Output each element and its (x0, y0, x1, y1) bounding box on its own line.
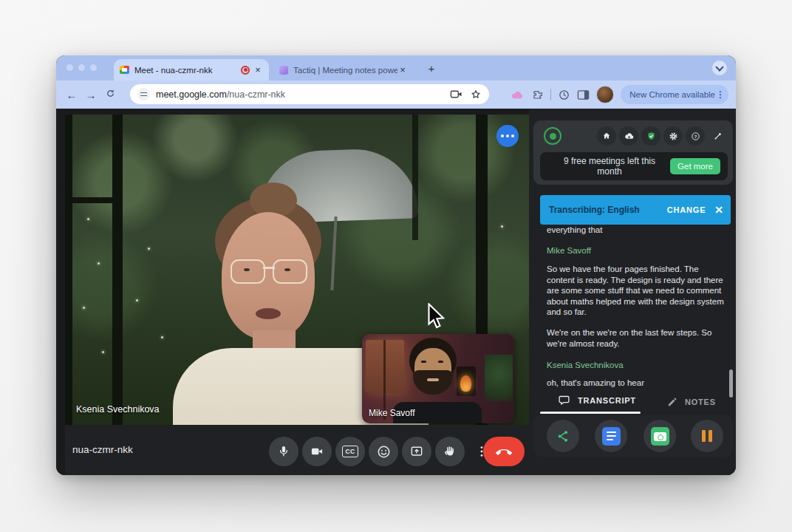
tab-close-icon[interactable]: × (397, 64, 408, 75)
home-button[interactable] (597, 126, 616, 146)
recording-indicator-icon (241, 66, 250, 75)
raise-hand-button[interactable] (435, 437, 465, 466)
help-button[interactable]: ? (686, 126, 705, 146)
export-to-docs-button[interactable] (595, 420, 627, 452)
tab-strip: Meet - nua-czmr-nkk × Tactiq | Meeting n… (56, 55, 736, 81)
reload-icon (105, 88, 116, 99)
share-button[interactable] (547, 420, 579, 452)
chrome-update-button[interactable]: New Chrome available ⋮ (621, 85, 728, 104)
raise-hand-icon (443, 444, 457, 459)
pencil-icon (666, 395, 679, 408)
site-settings-icon[interactable] (137, 88, 150, 100)
chat-bubble-icon (557, 394, 571, 406)
settings-button[interactable] (663, 126, 683, 146)
tactiq-sidebar: ? 9 free meetings left this month Get mo… (529, 109, 736, 475)
tab-title: Meet - nua-czmr-nkk (134, 66, 238, 75)
screenshot-camera-icon (651, 427, 669, 446)
gear-icon (668, 131, 679, 142)
pip-name-label: Mike Savoff (369, 408, 414, 418)
address-bar[interactable]: meet.google.com/nua-czmr-nkk (130, 84, 489, 104)
extensions-puzzle-icon[interactable] (531, 89, 544, 101)
forward-button[interactable]: → (81, 89, 100, 101)
sidebar-tabs: TRANSCRIPT NOTES (529, 394, 736, 413)
chrome-update-label: New Chrome available (629, 90, 715, 99)
transcript-fragment: everything that (547, 225, 724, 236)
screenshot-button[interactable] (644, 420, 676, 452)
transcript-speaker: Mike Savoff (547, 246, 591, 255)
tactiq-extension-icon[interactable] (511, 89, 525, 100)
cloud-upload-icon (624, 131, 635, 142)
traffic-light-minimize[interactable] (78, 64, 85, 71)
tab-meet[interactable]: Meet - nua-czmr-nkk × (114, 59, 269, 81)
back-button[interactable]: ← (62, 89, 81, 101)
present-icon (409, 444, 424, 459)
browser-menu-icon[interactable]: ⋮ (715, 90, 726, 99)
quota-box: 9 free meetings left this month Get more (540, 152, 728, 180)
quota-text: 9 free meetings left this month (550, 156, 669, 177)
share-icon (556, 429, 571, 444)
connect-icon (712, 131, 723, 142)
tactiq-header-panel: ? 9 free meetings left this month Get mo… (533, 120, 733, 185)
bookmark-star-icon[interactable] (470, 89, 482, 100)
tactiq-favicon-icon (279, 66, 288, 75)
side-panel-icon[interactable] (577, 89, 590, 100)
room-code-label: nua-czmr-nkk (72, 444, 133, 455)
traffic-light-close[interactable] (66, 64, 73, 71)
banner-close-icon[interactable]: ✕ (714, 204, 723, 216)
tab-close-icon[interactable]: × (253, 64, 263, 75)
active-tab-underline (540, 412, 641, 414)
video-feed: Ksenia Svechnikova Mike Savoff (65, 115, 529, 425)
privacy-shield-button[interactable] (641, 126, 660, 146)
tab-search-chevron-icon[interactable] (712, 61, 727, 75)
reload-button[interactable] (100, 88, 120, 101)
transcript-paragraph: We're on the we're on the last few steps… (547, 327, 724, 349)
new-tab-button[interactable]: + (426, 62, 437, 75)
svg-text:?: ? (694, 133, 697, 138)
tab-tactiq[interactable]: Tactiq | Meeting notes powe × (273, 59, 414, 81)
get-more-button[interactable]: Get more (670, 158, 720, 174)
transcribing-status-label: Transcribing: English (549, 205, 667, 215)
pause-icon (702, 430, 712, 442)
cloud-sync-button[interactable] (619, 126, 638, 146)
pause-transcription-button[interactable] (691, 420, 723, 452)
change-language-button[interactable]: CHANGE (667, 205, 706, 214)
emoji-icon (376, 444, 392, 460)
plant-decor (485, 355, 513, 402)
profile-avatar[interactable] (596, 86, 614, 103)
help-icon: ? (690, 131, 701, 142)
home-icon (601, 131, 612, 141)
tab-title: Tactiq | Meeting notes powe (293, 66, 397, 75)
transcript-paragraph: So we have the four pages finished. The … (547, 264, 724, 318)
pip-window-decor (366, 340, 404, 393)
url-text: meet.google.com/nua-czmr-nkk (156, 89, 450, 100)
meet-control-bar: nua-czmr-nkk CC (65, 425, 529, 475)
end-call-button[interactable] (483, 437, 525, 466)
participant-name-label: Ksenia Svechnikova (76, 404, 160, 415)
toolbar-divider (550, 89, 551, 100)
tab-transcript-label: TRANSCRIPT (578, 396, 636, 405)
tab-notes-label: NOTES (685, 398, 716, 406)
camera-button[interactable] (302, 437, 332, 466)
mouse-cursor (426, 303, 448, 330)
tab-notes[interactable]: NOTES (666, 395, 716, 408)
pip-video-tile[interactable]: Mike Savoff (362, 334, 514, 423)
captions-icon: CC (342, 446, 358, 457)
tactiq-overlay-menu-button[interactable] (496, 125, 519, 147)
tab-capture-icon[interactable] (450, 89, 462, 100)
tab-transcript[interactable]: TRANSCRIPT (557, 394, 636, 406)
meet-favicon-icon (120, 66, 129, 74)
sidebar-action-bar (533, 415, 733, 457)
detach-panel-button[interactable] (708, 126, 727, 146)
history-icon[interactable] (558, 89, 570, 101)
traffic-light-zoom[interactable] (90, 64, 97, 71)
camera-icon (310, 444, 324, 459)
shield-check-icon (646, 131, 657, 142)
url-host: meet.google.com (156, 89, 227, 100)
captions-button[interactable]: CC (335, 437, 365, 466)
tactiq-logo-icon (544, 127, 561, 145)
transcribing-banner: Transcribing: English CHANGE ✕ (540, 195, 731, 225)
present-button[interactable] (402, 437, 431, 466)
reactions-button[interactable] (369, 437, 398, 466)
browser-toolbar: ← → meet.google.com/nua-czmr-nkk New Chr… (56, 81, 736, 109)
microphone-button[interactable] (269, 437, 298, 466)
